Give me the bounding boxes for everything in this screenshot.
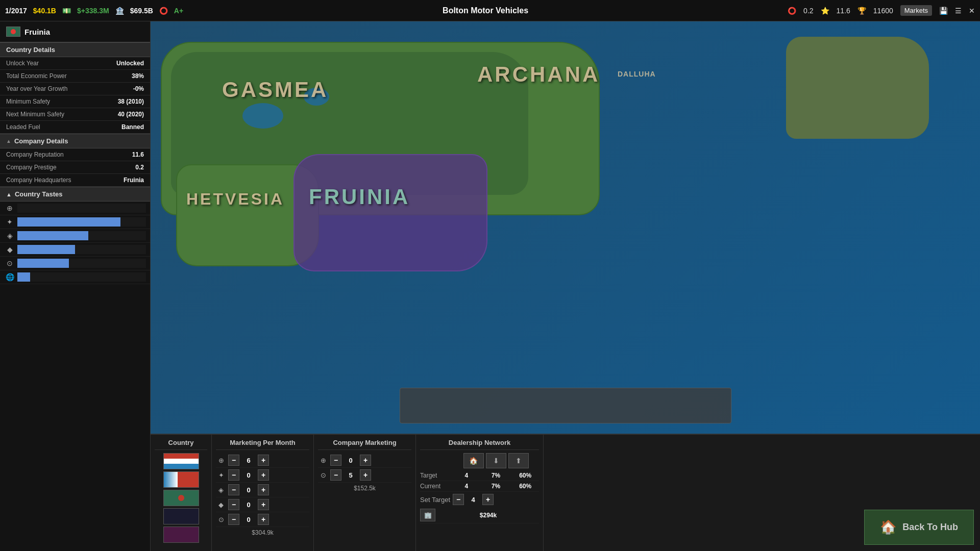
mkt-plus-1[interactable]: + xyxy=(258,469,269,481)
flag-item-4[interactable] xyxy=(163,508,199,524)
flag-item-3[interactable] xyxy=(163,490,199,506)
country-section-title: Country xyxy=(155,439,207,450)
unlock-year-row: Unlock Year Unlocked xyxy=(0,57,150,70)
map-background: GASMEA ARCHANA DALLUHA HETVESIA FRUINIA xyxy=(151,21,980,434)
home-icon: 🏠 xyxy=(880,519,896,535)
assets-stat: $69.5B xyxy=(130,7,153,15)
total-econ-row: Total Economic Power 38% xyxy=(0,70,150,83)
company-reputation-row: Company Reputation 11.6 xyxy=(0,148,150,161)
dealership-icon-1[interactable]: 🏠 xyxy=(463,453,484,468)
cash-icon: 💵 xyxy=(62,7,71,15)
mkt-plus-4[interactable]: + xyxy=(258,514,269,525)
mkt-minus-4[interactable]: − xyxy=(228,514,239,525)
back-to-hub-button[interactable]: 🏠 Back To Hub xyxy=(864,510,974,545)
taste-row-3: ◆ xyxy=(0,243,150,257)
fruinia-label: FRUINIA xyxy=(309,185,410,209)
current-val-2: 7% xyxy=(482,483,510,490)
mkt-minus-1[interactable]: − xyxy=(228,469,239,481)
mkt-minus-3[interactable]: − xyxy=(228,499,239,510)
marketing-row-4: ⊙ − 0 + xyxy=(216,512,309,527)
gasmea-label: GASMEA xyxy=(222,78,328,102)
topbar: 1/2017 $40.1B 💵 $+338.3M 🏦 $69.5B ⭕ A+ B… xyxy=(0,0,980,21)
country-details-header: Country Details xyxy=(0,42,150,57)
markets-button[interactable]: Markets xyxy=(900,5,932,16)
bottom-panel: Country Marketing Per Month ⊕ − 6 + ✦ − … xyxy=(151,434,980,551)
dealership-title: Dealership Network xyxy=(420,439,539,450)
marketing-row-0: ⊕ − 6 + xyxy=(216,453,309,468)
taste-icon-3: ◆ xyxy=(4,245,15,254)
score-icon: 🏆 xyxy=(857,7,866,15)
score-value: 11600 xyxy=(873,7,893,15)
taste-bar-container-1 xyxy=(17,217,146,227)
mkt-val-3: 0 xyxy=(241,501,256,509)
country-name: Fruinia xyxy=(24,28,50,36)
mkt-val-4: 0 xyxy=(241,516,256,523)
mkt-icon-1: ✦ xyxy=(216,471,226,479)
dealership-target-row: Target 4 7% 60% xyxy=(420,470,539,481)
company-marketing-total: $152.5k xyxy=(318,485,411,492)
eastern-region xyxy=(786,37,929,139)
taste-bar-container-5 xyxy=(17,272,146,282)
marketing-per-month-section: Marketing Per Month ⊕ − 6 + ✦ − 0 + ◈ − … xyxy=(212,435,314,551)
company-mkt-row-0: ⊕ − 0 + xyxy=(318,453,411,468)
game-title: Bolton Motor Vehicles xyxy=(189,6,781,15)
close-icon[interactable]: ✕ xyxy=(969,7,975,15)
dealership-cost-row: 🏢 $294k xyxy=(420,507,539,523)
save-icon[interactable]: 💾 xyxy=(939,7,948,15)
flag-item-2[interactable] xyxy=(163,471,199,488)
top-right-stats: ⭕ 0.2 ⭐ 11.6 🏆 11600 Markets 💾 ☰ ✕ xyxy=(788,5,975,16)
flag-item-5[interactable] xyxy=(163,527,199,543)
taste-icon-4: ⊙ xyxy=(4,259,15,267)
set-target-val: 4 xyxy=(466,496,480,504)
menu-icon[interactable]: ☰ xyxy=(955,7,962,15)
mkt-minus-2[interactable]: − xyxy=(228,484,239,495)
back-section: 🏠 Back To Hub xyxy=(544,435,980,551)
reputation-value: 11.6 xyxy=(837,7,850,15)
map-area: GASMEA ARCHANA DALLUHA HETVESIA FRUINIA xyxy=(151,21,980,434)
company-mkt-icon-1: ⊙ xyxy=(318,471,328,479)
taste-row-0: ⊕ xyxy=(0,202,150,215)
taste-row-2: ◈ xyxy=(0,229,150,243)
dealership-icon-3[interactable]: ⬆ xyxy=(508,453,529,468)
marketing-row-1: ✦ − 0 + xyxy=(216,468,309,483)
company-mkt-val-0: 0 xyxy=(344,457,358,464)
company-mkt-minus-1[interactable]: − xyxy=(330,469,341,481)
dalluha-label: DALLUHA xyxy=(618,70,656,78)
company-mkt-plus-1[interactable]: + xyxy=(360,469,371,481)
cash-stat: $40.1B xyxy=(33,7,56,15)
dealership-icon-2[interactable]: ⬇ xyxy=(486,453,506,468)
prestige-icon: ⭕ xyxy=(788,7,796,15)
country-header: Fruinia xyxy=(0,21,150,42)
mkt-plus-3[interactable]: + xyxy=(258,499,269,510)
reputation-icon: ⭐ xyxy=(821,7,829,15)
taste-icon-1: ✦ xyxy=(4,218,15,226)
mkt-plus-0[interactable]: + xyxy=(258,455,269,466)
dealership-current-row: Current 4 7% 60% xyxy=(420,481,539,492)
mkt-plus-2[interactable]: + xyxy=(258,484,269,495)
target-label: Target xyxy=(420,472,451,479)
company-details-header: ▲ Company Details xyxy=(0,134,150,148)
taste-icon-2: ◈ xyxy=(4,232,15,240)
country-flag xyxy=(6,27,20,37)
back-to-hub-label: Back To Hub xyxy=(902,522,958,533)
country-section: Country xyxy=(151,435,212,551)
set-target-plus[interactable]: + xyxy=(482,494,494,505)
mkt-val-1: 0 xyxy=(241,471,256,479)
current-label: Current xyxy=(420,483,451,490)
company-hq-row: Company Headquarters Fruinia xyxy=(0,174,150,187)
flag-item-1[interactable] xyxy=(163,453,199,469)
mkt-minus-0[interactable]: − xyxy=(228,455,239,466)
mkt-icon-4: ⊙ xyxy=(216,516,226,523)
marketing-row-3: ◆ − 0 + xyxy=(216,497,309,512)
income-stat: $+338.3M xyxy=(77,7,109,15)
company-mkt-plus-0[interactable]: + xyxy=(360,455,371,466)
date-stat: 1/2017 xyxy=(5,7,27,15)
company-marketing-section: Company Marketing ⊕ − 0 + ⊙ − 5 + $152.5… xyxy=(314,435,416,551)
company-collapse-icon[interactable]: ▲ xyxy=(6,138,11,144)
marketing-row-2: ◈ − 0 + xyxy=(216,483,309,497)
mkt-val-2: 0 xyxy=(241,486,256,494)
taste-bar-container-0 xyxy=(17,204,146,213)
set-target-minus[interactable]: − xyxy=(453,494,464,505)
tastes-collapse-icon[interactable]: ▲ xyxy=(6,191,12,197)
company-mkt-minus-0[interactable]: − xyxy=(330,455,341,466)
